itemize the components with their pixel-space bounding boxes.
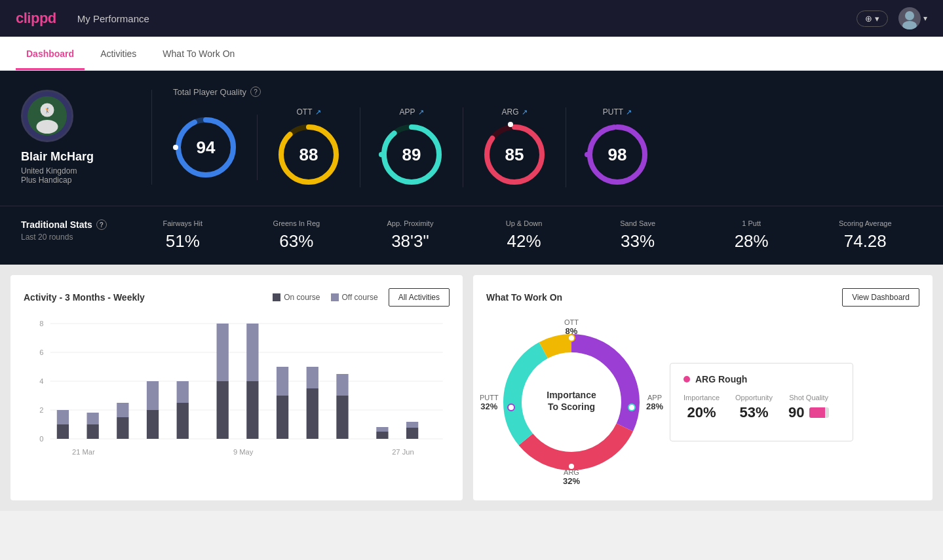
svg-rect-37 bbox=[117, 403, 128, 417]
stat-proximity: App. Proximity 38'3" bbox=[353, 219, 467, 252]
svg-rect-35 bbox=[87, 413, 98, 424]
detail-card: ARG Rough Importance 20% Opportunity 53%… bbox=[670, 363, 853, 441]
svg-text:6: 6 bbox=[39, 348, 43, 356]
activity-card-header: Activity - 3 Months - Weekly On course O… bbox=[24, 288, 450, 307]
stats-help-icon[interactable]: ? bbox=[96, 219, 107, 230]
stats-title: Traditional Stats ? bbox=[21, 219, 126, 230]
player-handicap: Plus Handicap bbox=[21, 176, 71, 185]
chevron-down-icon: ▾ bbox=[875, 14, 879, 24]
top-nav: clippd My Performance ⊕ ▾ ▾ bbox=[0, 0, 943, 37]
detail-shot-quality: Shot Quality 90 bbox=[788, 394, 829, 421]
bottom-section: Activity - 3 Months - Weekly On course O… bbox=[0, 265, 943, 511]
svg-point-69 bbox=[508, 404, 514, 411]
stat-updown: Up & Down 42% bbox=[467, 219, 581, 252]
svg-rect-55 bbox=[406, 422, 418, 428]
detail-dot bbox=[683, 376, 690, 383]
chart-legend: On course Off course bbox=[273, 293, 378, 302]
stats-bar: Traditional Stats ? Last 20 rounds Fairw… bbox=[0, 206, 943, 265]
app-label-text: APP 28% bbox=[646, 394, 663, 411]
tab-dashboard[interactable]: Dashboard bbox=[16, 37, 85, 70]
svg-point-4 bbox=[37, 120, 58, 134]
gauge-app: APP ↗ 89 bbox=[360, 107, 463, 187]
activity-chart-title: Activity - 3 Months - Weekly bbox=[24, 292, 273, 303]
svg-point-13 bbox=[379, 152, 384, 157]
svg-rect-20 bbox=[273, 293, 280, 301]
arg-label-text: ARG 32% bbox=[563, 468, 580, 486]
stat-scoring: Scoring Average 74.28 bbox=[808, 219, 922, 252]
detail-cols: Importance 20% Opportunity 53% Shot Qual… bbox=[683, 394, 839, 421]
chevron-down-icon: ▾ bbox=[923, 14, 927, 23]
app-score: 89 bbox=[402, 145, 421, 165]
svg-rect-41 bbox=[177, 381, 189, 403]
detail-importance: Importance 20% bbox=[683, 394, 720, 421]
svg-text:0: 0 bbox=[39, 435, 43, 443]
svg-rect-49 bbox=[307, 367, 318, 388]
svg-rect-51 bbox=[336, 374, 348, 396]
svg-text:To Scoring: To Scoring bbox=[548, 401, 595, 412]
work-on-title: What To Work On bbox=[486, 292, 842, 303]
quality-label: Total Player Quality ? bbox=[173, 86, 922, 97]
svg-text:27 Jun: 27 Jun bbox=[392, 448, 414, 456]
putt-score: 98 bbox=[608, 145, 627, 165]
all-activities-button[interactable]: All Activities bbox=[389, 288, 450, 307]
svg-rect-21 bbox=[331, 293, 339, 301]
svg-text:8: 8 bbox=[39, 320, 43, 327]
putt-gauge-circle: 98 bbox=[585, 122, 650, 187]
tab-what-to-work-on[interactable]: What To Work On bbox=[152, 37, 245, 70]
help-icon[interactable]: ? bbox=[250, 86, 261, 97]
donut-chart: Importance To Scoring OTT 8% APP 28% bbox=[486, 317, 657, 487]
total-gauge-circle: 94 bbox=[173, 115, 239, 180]
player-country: United Kingdom bbox=[21, 166, 77, 176]
tab-activities[interactable]: Activities bbox=[90, 37, 147, 70]
ott-gauge-circle: 88 bbox=[276, 122, 341, 187]
app-logo: clippd bbox=[16, 10, 56, 27]
svg-text:2: 2 bbox=[39, 406, 43, 414]
svg-text:🏌️: 🏌️ bbox=[45, 107, 51, 113]
player-name: Blair McHarg bbox=[21, 150, 94, 164]
stats-values: Fairways Hit 51% Greens In Reg 63% App. … bbox=[126, 219, 922, 252]
stats-label-col: Traditional Stats ? Last 20 rounds bbox=[21, 219, 126, 242]
stat-fairways: Fairways Hit 51% bbox=[126, 219, 240, 252]
add-button[interactable]: ⊕ ▾ bbox=[856, 10, 888, 27]
app-gauge-circle: 89 bbox=[379, 122, 444, 187]
svg-rect-38 bbox=[147, 410, 159, 439]
user-menu-button[interactable]: ▾ bbox=[898, 7, 927, 29]
arg-trend: ↗ bbox=[522, 108, 528, 117]
work-on-header: What To Work On View Dashboard bbox=[486, 288, 919, 307]
ott-label-text: OTT 8% bbox=[564, 318, 579, 336]
svg-rect-39 bbox=[147, 381, 159, 410]
ott-label: OTT ↗ bbox=[297, 107, 321, 117]
putt-label-text: PUTT 32% bbox=[480, 394, 499, 411]
avatar bbox=[898, 7, 921, 29]
svg-point-8 bbox=[173, 145, 178, 150]
nav-title: My Performance bbox=[77, 13, 149, 24]
legend-off-course: Off course bbox=[331, 293, 378, 302]
svg-rect-44 bbox=[246, 381, 258, 439]
svg-point-16 bbox=[508, 122, 513, 127]
activity-bar-chart: 8 6 4 2 0 bbox=[24, 317, 450, 461]
detail-card-title: ARG Rough bbox=[683, 374, 839, 384]
svg-point-19 bbox=[585, 152, 590, 157]
svg-point-67 bbox=[628, 404, 635, 411]
gauges: 94 OTT ↗ 88 bbox=[173, 107, 922, 187]
ott-score: 88 bbox=[299, 145, 318, 165]
app-trend: ↗ bbox=[418, 108, 424, 117]
svg-rect-43 bbox=[217, 324, 229, 381]
ott-trend: ↗ bbox=[315, 108, 321, 117]
svg-rect-45 bbox=[246, 324, 258, 381]
nav-right: ⊕ ▾ ▾ bbox=[856, 7, 927, 29]
svg-rect-53 bbox=[376, 427, 388, 432]
putt-label: PUTT ↗ bbox=[603, 107, 632, 117]
svg-point-1 bbox=[902, 21, 917, 29]
svg-rect-42 bbox=[217, 381, 229, 439]
stat-greens: Greens In Reg 63% bbox=[240, 219, 354, 252]
view-dashboard-button[interactable]: View Dashboard bbox=[842, 288, 919, 307]
detail-opportunity: Opportunity 53% bbox=[735, 394, 773, 421]
legend-on-course: On course bbox=[273, 293, 320, 302]
svg-text:21 Mar: 21 Mar bbox=[72, 448, 95, 456]
svg-point-0 bbox=[905, 11, 914, 20]
svg-rect-50 bbox=[336, 396, 348, 439]
svg-text:4: 4 bbox=[39, 377, 43, 385]
svg-rect-32 bbox=[57, 424, 69, 439]
player-avatar: 🏌️ bbox=[21, 90, 73, 142]
